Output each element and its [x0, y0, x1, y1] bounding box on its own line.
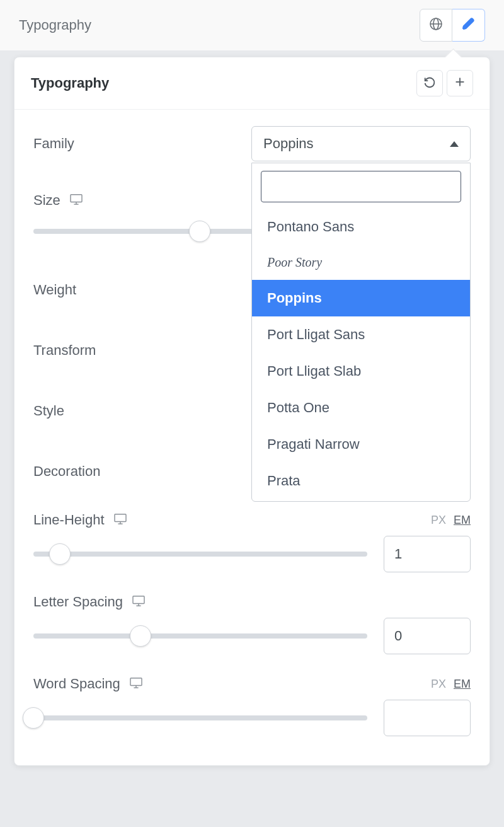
weight-label: Weight [33, 282, 76, 298]
svg-rect-8 [115, 514, 126, 522]
word-spacing-label-text: Word Spacing [33, 676, 120, 692]
typography-panel: Typography [14, 57, 490, 766]
slider-track [33, 552, 367, 557]
decoration-label: Decoration [33, 463, 100, 480]
slider-thumb[interactable] [23, 707, 44, 729]
section-header-actions [420, 9, 485, 42]
letter-spacing-input[interactable] [384, 618, 471, 654]
svg-rect-11 [133, 596, 144, 604]
edit-button[interactable] [452, 9, 485, 42]
family-option[interactable]: Poor Story [252, 245, 470, 280]
family-option[interactable]: Port Lligat Slab [252, 353, 470, 390]
family-option-list: Pontano Sans Poor Story Poppins Port Lli… [252, 209, 470, 499]
family-dropdown: Pontano Sans Poor Story Poppins Port Lli… [251, 163, 471, 502]
family-search-input[interactable] [261, 171, 461, 202]
panel-header-actions [416, 70, 473, 96]
slider-thumb[interactable] [49, 543, 71, 565]
letter-spacing-slider[interactable] [33, 627, 367, 645]
family-option-selected[interactable]: Poppins [252, 280, 470, 316]
family-option[interactable]: Pontano Sans [252, 209, 470, 245]
size-label: Size [33, 192, 83, 209]
transform-label: Transform [33, 342, 96, 359]
unit-px[interactable]: PX [431, 678, 446, 691]
unit-em[interactable]: EM [454, 514, 471, 527]
field-word-spacing: Word Spacing PX EM [33, 676, 471, 736]
size-label-text: Size [33, 192, 60, 209]
slider-thumb[interactable] [189, 221, 210, 242]
style-label: Style [33, 403, 64, 419]
line-height-units: PX EM [431, 514, 471, 527]
line-height-input[interactable] [384, 536, 471, 572]
globe-icon [428, 16, 444, 34]
line-height-slider[interactable] [33, 545, 367, 564]
panel-header: Typography [14, 57, 490, 110]
globe-button[interactable] [420, 9, 452, 42]
letter-spacing-slider-row [33, 618, 471, 654]
family-selected-value: Poppins [263, 136, 314, 152]
word-spacing-label: Word Spacing [33, 676, 143, 692]
field-family: Family Poppins Pontano Sans Poor Story P… [33, 126, 471, 161]
family-select[interactable]: Poppins [251, 126, 471, 161]
panel-title: Typography [31, 75, 109, 91]
desktop-icon[interactable] [132, 594, 146, 610]
slider-thumb[interactable] [130, 625, 151, 647]
line-height-slider-row [33, 536, 471, 572]
section-header: Typography [0, 0, 504, 50]
field-letter-spacing: Letter Spacing [33, 594, 471, 654]
desktop-icon[interactable] [69, 192, 83, 209]
letter-spacing-label: Letter Spacing [33, 594, 146, 610]
family-label: Family [33, 136, 74, 152]
reset-button[interactable] [416, 70, 443, 96]
slider-track [33, 633, 367, 639]
family-option[interactable]: Pragati Narrow [252, 426, 470, 463]
desktop-icon[interactable] [129, 676, 143, 692]
word-spacing-slider[interactable] [33, 708, 367, 727]
svg-rect-14 [130, 678, 142, 686]
letter-spacing-label-text: Letter Spacing [33, 594, 123, 610]
word-spacing-slider-row [33, 700, 471, 736]
line-height-label: Line-Height [33, 512, 127, 528]
word-spacing-units: PX EM [431, 678, 471, 691]
word-spacing-input[interactable] [384, 700, 471, 736]
pencil-icon [461, 16, 476, 34]
slider-track [33, 715, 367, 720]
unit-px[interactable]: PX [431, 514, 446, 527]
family-option[interactable]: Potta One [252, 390, 470, 426]
panel-body: Family Poppins Pontano Sans Poor Story P… [14, 110, 490, 765]
unit-em[interactable]: EM [454, 678, 471, 691]
add-button[interactable] [447, 70, 473, 96]
svg-rect-5 [71, 195, 82, 202]
family-option[interactable]: Port Lligat Sans [252, 316, 470, 353]
undo-icon [423, 75, 437, 91]
field-line-height: Line-Height PX EM [33, 512, 471, 572]
plus-icon [453, 75, 467, 91]
line-height-label-text: Line-Height [33, 512, 105, 528]
desktop-icon[interactable] [113, 512, 127, 528]
section-title: Typography [19, 17, 91, 33]
family-option[interactable]: Prata [252, 463, 470, 499]
caret-up-icon [450, 141, 459, 147]
